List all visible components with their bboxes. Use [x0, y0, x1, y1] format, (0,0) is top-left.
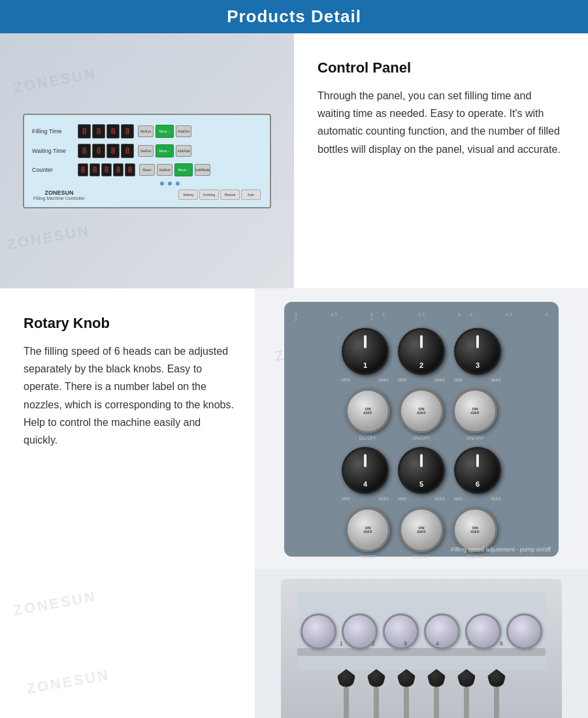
add-mode-btn[interactable]: Add/Mode [195, 164, 210, 176]
knob-4[interactable]: 4 [342, 447, 389, 494]
nozzle-tube-1 [344, 687, 349, 718]
page-header: Products Detail [0, 0, 588, 33]
control-panel-display: Filling Time No/Exit Move→ Add/Del Waiti… [23, 114, 271, 208]
on-off-2-unit: ON/OFF [399, 389, 444, 440]
nozzle-tube-6 [494, 687, 499, 718]
reset-btn[interactable]: Reset [139, 164, 155, 176]
no-exit-btn-1[interactable]: No/Exit [138, 125, 154, 137]
knob-5-number: 5 [419, 480, 423, 488]
rotary-knob-description: The filling speed of 6 heads can be adju… [24, 342, 235, 449]
counter-digit-4 [113, 163, 123, 176]
inclining-btn[interactable]: Inclining [199, 189, 219, 200]
rotary-panel-image-area: ZONESUN ZONESUN 34 56 27 34 56 34 56 [255, 289, 588, 569]
digit-6 [92, 144, 105, 158]
set-exit-btn-2[interactable]: Set/Exit [138, 145, 154, 157]
on-off-knob-3[interactable] [453, 389, 497, 433]
nozzle-num-5: 5 [468, 640, 471, 647]
on-off-3-unit: ON/OFF [453, 389, 497, 440]
knob-1[interactable]: 1 [342, 328, 389, 375]
nozzle-tube-2 [374, 687, 379, 718]
counter-digit-5 [125, 163, 135, 176]
nozzle-knob-2[interactable] [367, 669, 385, 687]
brand-area: ZONESUN Filling Machine Controller [33, 189, 85, 201]
digit-8 [121, 144, 134, 158]
nozzle-knob-1[interactable] [337, 669, 355, 687]
knob-5-unit: 5 MINMAX [398, 447, 445, 501]
knob-1-number: 1 [363, 361, 367, 369]
set-exit-btn-3[interactable]: Set/Exit [157, 164, 172, 176]
add-btn-2[interactable]: Add/Add [176, 145, 191, 157]
knob-2-unit: 2 MINMAX [398, 328, 445, 382]
digit-3 [106, 124, 120, 139]
on-off-knob-6[interactable] [453, 508, 497, 552]
nozzle-tube-4 [434, 687, 439, 718]
page-title: Products Detail [227, 7, 361, 26]
knob-5[interactable]: 5 [398, 447, 445, 494]
nozzle-item-6 [487, 669, 506, 718]
nozzle-knob-4[interactable] [427, 669, 446, 687]
knob-row-3: 4 MINMAX 5 MINMAX 6 [295, 447, 548, 501]
knob-2[interactable]: 2 [398, 328, 445, 375]
section-nozzle: ZONESUN ZONESUN ZONESUN 1 2 3 4 [0, 569, 588, 718]
filling-time-buttons: No/Exit Move→ Add/Del [138, 125, 191, 138]
knob-row-2: DIL/OFF ON/OFF ON/OFF [295, 389, 548, 440]
setting-btn[interactable]: Setting [178, 189, 198, 200]
auto-btn[interactable]: Auto [241, 189, 261, 200]
rotary-knob-panel: 34 56 27 34 56 34 56 1 MINMAX [284, 302, 559, 557]
move-btn-1[interactable]: Move→ [155, 125, 174, 138]
nozzle-display: 1 2 3 4 5 6 [281, 579, 562, 718]
brand-name: ZONESUN [33, 189, 85, 196]
brand-subtitle: Filling Machine Controller [33, 196, 85, 201]
digit-5 [78, 144, 91, 158]
nozzle-tube-5 [464, 687, 469, 718]
counter-digit-3 [101, 163, 112, 176]
nozzle-item-2 [367, 669, 385, 718]
control-panel-title: Control Panel [318, 59, 564, 76]
nozzle-item-1 [337, 669, 355, 718]
knob-4-number: 4 [363, 480, 367, 488]
add-btn-1[interactable]: Add/Del [176, 125, 191, 137]
nozzle-knob-3[interactable] [397, 669, 416, 687]
waiting-time-buttons: Set/Exit Move→ Add/Add [138, 144, 191, 157]
nozzle-knob-5[interactable] [457, 669, 476, 687]
nozzle-image-area: ZONESUN 1 2 3 4 5 6 [255, 569, 588, 718]
nozzle-num-2: 2 [372, 640, 375, 647]
on-off-knob-4[interactable] [346, 508, 390, 552]
waiting-time-label: Waiting Time [32, 148, 78, 154]
manual-btn[interactable]: Manual [220, 189, 240, 200]
move-btn-2[interactable]: Move→ [155, 144, 174, 157]
panel-bottom: ZONESUN Filling Machine Controller Setti… [32, 189, 262, 201]
on-off-knob-5[interactable] [399, 508, 444, 552]
control-panel-description: Through the panel, you can set filling t… [318, 87, 564, 158]
counter-row: Counter Reset Set/Exit Move→ Add/Mode [32, 163, 262, 176]
on-off-knob-1[interactable] [346, 389, 390, 433]
nozzle-item-4 [427, 669, 446, 718]
digit-7 [106, 144, 120, 158]
filling-time-digits [78, 124, 134, 139]
move-btn-3[interactable]: Move→ [174, 163, 193, 176]
nozzle-tube-3 [404, 687, 409, 718]
nozzle-watermark-1: ZONESUN ZONESUN [0, 569, 255, 718]
bottom-buttons: Setting Inclining Manual Auto [178, 189, 261, 200]
nozzle-knob-6[interactable] [487, 669, 506, 687]
dot-2 [168, 182, 172, 186]
knob-2-number: 2 [419, 361, 423, 369]
knob-6[interactable]: 6 [454, 447, 501, 494]
pump-body [297, 592, 546, 670]
knob-6-unit: 6 MINMAX [454, 447, 501, 501]
pump-1 [301, 613, 336, 649]
counter-label: Counter [32, 167, 78, 173]
on-off-1-unit: DIL/OFF [346, 389, 390, 440]
filling-time-label: Filling Time [32, 128, 78, 135]
pump-6 [506, 613, 542, 649]
control-panel-image-area: ZONESUN ZONESUN ZONESUN Filling Time No/… [0, 33, 294, 288]
knob-3[interactable]: 3 [454, 328, 501, 375]
digit-2 [92, 124, 105, 139]
on-off-knob-2[interactable] [399, 389, 444, 433]
knob-row-1-labels: 34 56 27 34 56 34 56 [295, 312, 548, 321]
filling-time-row: Filling Time No/Exit Move→ Add/Del [32, 124, 262, 139]
nozzle-numbers: 1 2 3 4 5 6 [340, 640, 503, 647]
dot-1 [160, 182, 164, 186]
digit-1 [78, 124, 91, 139]
section-control-panel: ZONESUN ZONESUN ZONESUN Filling Time No/… [0, 33, 588, 288]
